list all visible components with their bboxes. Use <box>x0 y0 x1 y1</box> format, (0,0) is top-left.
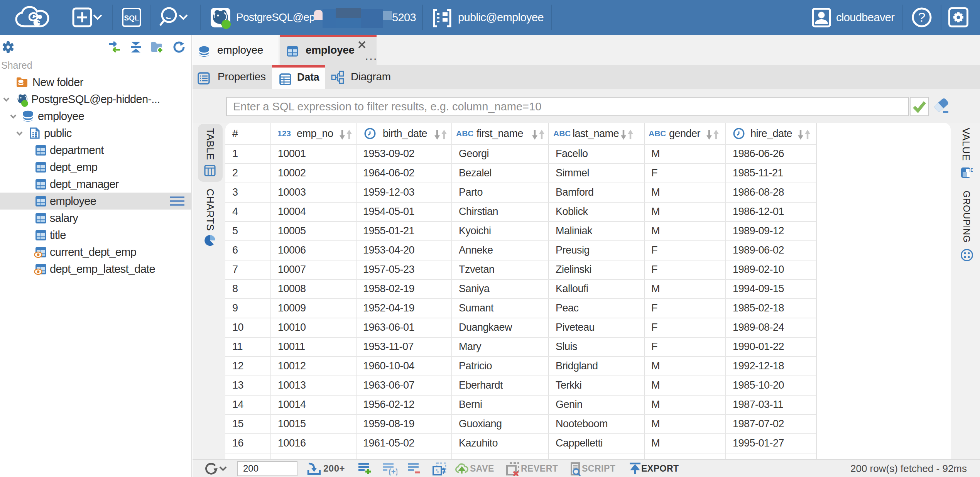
svg-text:?: ? <box>918 10 926 24</box>
svg-text:(+): (+) <box>389 467 397 475</box>
svg-text:SQL: SQL <box>124 14 139 22</box>
